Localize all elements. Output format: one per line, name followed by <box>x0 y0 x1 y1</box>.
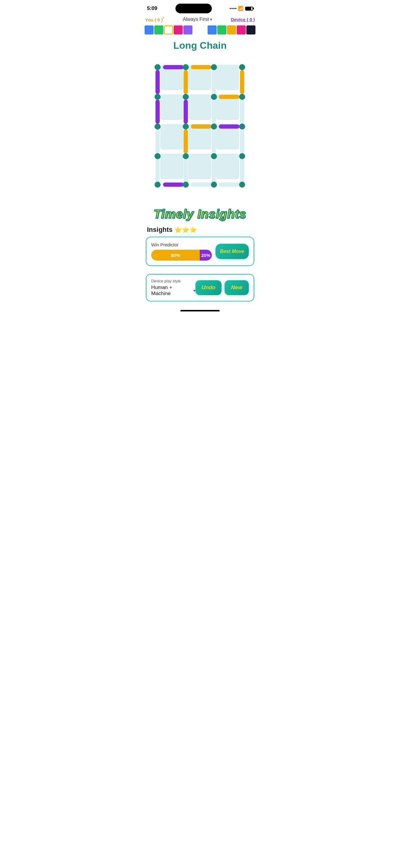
play-style-value: Human + Machine <box>151 284 192 297</box>
stars-icon: ⭐⭐⭐ <box>174 226 197 234</box>
swatches-right <box>207 25 255 34</box>
best-move-button[interactable]: Best Move <box>216 244 249 259</box>
status-bar: 5:09 📶 <box>141 0 259 14</box>
undo-button[interactable]: Undo <box>196 280 222 295</box>
vbar-c3-r0[interactable] <box>240 70 244 94</box>
cell-3-1[interactable] <box>188 154 211 179</box>
vbar-c1-r1[interactable] <box>183 100 188 124</box>
dot-3-1[interactable] <box>183 153 189 159</box>
dot-0-2[interactable] <box>211 64 217 70</box>
swatch-pink-left[interactable] <box>174 25 183 34</box>
header-row: You ( 0 )* Always First ▾ Device ( 0 ) <box>141 14 259 24</box>
always-first-dropdown[interactable]: Always First ▾ <box>183 17 212 22</box>
dot-4-0[interactable] <box>154 182 161 188</box>
swatch-dark-right[interactable] <box>246 25 255 34</box>
vbar-c1-r2[interactable] <box>183 129 188 153</box>
vbar-c2-r2[interactable] <box>212 129 216 153</box>
dot-2-0[interactable] <box>154 123 161 129</box>
swatch-green-left[interactable] <box>154 25 163 34</box>
hbar-r1-c0[interactable] <box>163 95 183 99</box>
swatch-pink-right[interactable] <box>237 25 246 34</box>
you-star: * <box>163 17 164 21</box>
signal-icon <box>230 8 236 9</box>
progress-bar: 80% 20% <box>151 250 212 260</box>
swatch-blue-right[interactable] <box>207 25 217 34</box>
swatch-purple-left[interactable] <box>183 25 193 34</box>
game-title: Long Chain <box>141 37 259 56</box>
hbar-r2-c1[interactable] <box>191 124 211 129</box>
vbar-c0-r2[interactable] <box>155 129 160 153</box>
dot-1-3[interactable] <box>239 94 245 100</box>
dot-4-3[interactable] <box>239 182 245 188</box>
dot-2-2[interactable] <box>211 123 217 129</box>
vbar-c2-r0[interactable] <box>212 70 216 94</box>
dot-1-2[interactable] <box>211 94 217 100</box>
dot-2-1[interactable] <box>183 123 189 129</box>
game-board-container <box>141 56 259 201</box>
vbar-c3-r1[interactable] <box>240 100 244 124</box>
play-style-label: Device play style <box>151 279 196 283</box>
hbar-r0-c1[interactable] <box>191 65 211 69</box>
progress-yellow: 80% <box>151 250 200 260</box>
home-bar <box>180 310 220 311</box>
bottom-panel: Device play style Human + Machine ▾ Undo… <box>146 274 254 302</box>
vbar-c0-r1[interactable] <box>155 100 160 124</box>
insights-section: Timely Insights Insights ⭐⭐⭐ Win Predict… <box>141 201 259 269</box>
wifi-icon: 📶 <box>238 6 244 11</box>
hbar-r1-c2[interactable] <box>219 95 239 99</box>
you-score: You ( 0 )* <box>145 17 164 22</box>
cell-3-0[interactable] <box>160 154 183 179</box>
vbar-c0-r0[interactable] <box>155 70 160 94</box>
home-indicator <box>141 308 259 314</box>
vbar-c2-r1[interactable] <box>212 100 216 124</box>
vbar-c2-r3[interactable] <box>212 159 216 183</box>
swatch-green-right[interactable] <box>217 25 226 34</box>
swatch-yellow-outline-left[interactable] <box>164 25 173 34</box>
dot-1-1[interactable] <box>183 94 189 100</box>
dot-2-3[interactable] <box>239 123 245 129</box>
game-board[interactable] <box>148 56 252 201</box>
dynamic-island <box>175 4 212 13</box>
hbar-r0-c2[interactable] <box>219 65 239 69</box>
hbar-r3-c1[interactable] <box>191 183 211 187</box>
hbar-r2-c0[interactable] <box>163 124 183 129</box>
dot-4-2[interactable] <box>211 182 217 188</box>
cell-3-2[interactable] <box>216 154 239 179</box>
vbar-c1-r3[interactable] <box>183 159 188 183</box>
dot-0-0[interactable] <box>154 64 161 70</box>
swatches-left <box>145 25 193 34</box>
hbar-r3-c2[interactable] <box>219 183 239 187</box>
dot-0-3[interactable] <box>239 64 245 70</box>
dot-3-0[interactable] <box>154 153 161 159</box>
vbar-c1-r0[interactable] <box>183 70 188 94</box>
play-style-value-row[interactable]: Human + Machine ▾ <box>151 284 196 297</box>
win-predictor-label: Win Predictor <box>151 242 212 247</box>
timely-insights-title: Timely Insights <box>146 207 254 221</box>
chevron-down-icon-bottom: ▾ <box>193 288 196 293</box>
vbar-c0-r3[interactable] <box>155 159 160 183</box>
new-button[interactable]: New <box>225 280 249 295</box>
swatches-row <box>141 24 259 36</box>
hbar-r0-c0[interactable] <box>163 65 183 69</box>
swatch-yellow-right[interactable] <box>227 25 236 34</box>
swatch-blue-left[interactable] <box>145 25 154 34</box>
hbar-r3-c0[interactable] <box>163 183 183 187</box>
battery-icon <box>245 7 253 10</box>
dot-0-1[interactable] <box>183 64 189 70</box>
vbar-c3-r2[interactable] <box>240 129 244 153</box>
dot-4-1[interactable] <box>183 182 189 188</box>
predictor-card: Win Predictor 80% 20% Best Move <box>146 237 254 266</box>
status-time: 5:09 <box>147 5 157 11</box>
chevron-down-icon: ▾ <box>210 17 212 22</box>
hbar-r2-c2[interactable] <box>219 124 239 129</box>
dot-1-0[interactable] <box>154 94 161 100</box>
insights-label: Insights <box>147 226 172 234</box>
bottom-buttons: Undo New <box>196 280 249 295</box>
progress-purple: 20% <box>200 250 212 260</box>
hbar-r1-c1[interactable] <box>191 95 211 99</box>
status-icons: 📶 <box>230 6 253 11</box>
dot-3-3[interactable] <box>239 153 245 159</box>
dot-3-2[interactable] <box>211 153 217 159</box>
device-score[interactable]: Device ( 0 ) <box>231 17 255 22</box>
vbar-c3-r3[interactable] <box>240 159 244 183</box>
